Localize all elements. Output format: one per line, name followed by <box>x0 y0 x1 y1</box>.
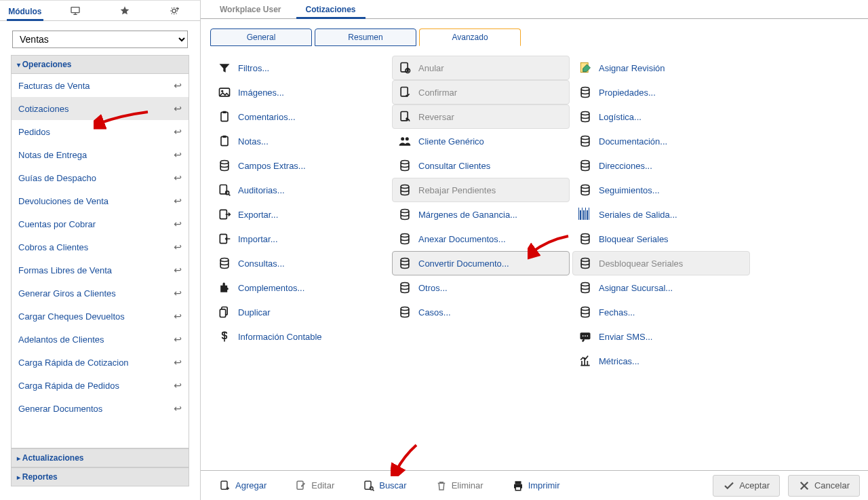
action-c1-4[interactable]: Campos Extras... <box>212 153 389 178</box>
sidebar-item-14[interactable]: Generar Documentos↪ <box>12 397 189 420</box>
filter-icon <box>218 61 231 75</box>
sidebar-tab-modulos[interactable]: Módulos <box>0 3 50 20</box>
action-c1-5[interactable]: Auditorias... <box>212 178 389 202</box>
edit-button-label: Editar <box>311 480 334 491</box>
svg-rect-0 <box>71 7 79 13</box>
action-c3-4[interactable]: Direcciones... <box>572 153 750 178</box>
sidebar-item-6[interactable]: Cuentas por Cobrar↪ <box>12 212 189 235</box>
action-item-label: Comentarios... <box>238 112 296 122</box>
action-c2-9[interactable]: Otros... <box>392 275 570 300</box>
svg-point-20 <box>401 137 404 140</box>
accordion-operaciones[interactable]: Operaciones <box>11 55 189 74</box>
share-arrow-icon: ↪ <box>174 218 182 229</box>
action-c3-2[interactable]: Logística... <box>572 104 750 129</box>
sidebar-item-label: Generar Documentos <box>18 404 102 414</box>
action-c3-6[interactable]: Seriales de Salida... <box>572 202 750 227</box>
svg-point-3 <box>221 90 223 92</box>
action-c1-8[interactable]: Consultas... <box>212 251 389 275</box>
sidebar-item-13[interactable]: Carga Rápida de Pedidos↪ <box>12 374 189 397</box>
module-select[interactable]: Ventas <box>12 31 188 48</box>
action-item-label: Propiedades... <box>599 88 656 98</box>
action-c1-1[interactable]: Imágenes... <box>212 80 389 104</box>
sidebar-item-10[interactable]: Cargar Cheques Devueltos↪ <box>12 305 189 328</box>
actions-col-2: AnularConfirmarReversarCliente GenéricoC… <box>392 56 570 324</box>
action-c3-1[interactable]: Propiedades... <box>572 80 750 104</box>
action-c1-0[interactable]: Filtros... <box>212 56 389 80</box>
action-c1-11[interactable]: Información Contable <box>212 324 389 349</box>
delete-button[interactable]: Eliminar <box>425 475 494 497</box>
action-item-label: Fechas... <box>599 307 635 318</box>
subtab-general[interactable]: General <box>210 28 312 46</box>
accordion-reportes[interactable]: Reportes <box>11 467 189 486</box>
action-c2-6[interactable]: Márgenes de Ganancia... <box>392 202 570 227</box>
sidebar-item-7[interactable]: Cobros a Clientes↪ <box>12 235 189 258</box>
main-tab-workplace[interactable]: Workplace User <box>208 1 294 18</box>
action-c1-10[interactable]: Duplicar <box>212 300 389 324</box>
search-doc-icon <box>218 183 231 197</box>
star-icon <box>119 5 130 16</box>
action-c1-9[interactable]: Complementos... <box>212 275 389 300</box>
x-icon <box>798 480 810 492</box>
sidebar-item-4[interactable]: Guías de Despacho↪ <box>12 166 189 189</box>
sidebar-item-2[interactable]: Pedidos↪ <box>12 120 189 143</box>
sidebar-item-12[interactable]: Carga Rápida de Cotizacion↪ <box>12 351 189 374</box>
db-icon <box>578 281 592 294</box>
svg-point-32 <box>581 136 589 140</box>
import-icon <box>218 232 231 246</box>
print-button[interactable]: Imprimir <box>502 475 570 497</box>
action-c1-2[interactable]: Comentarios... <box>212 104 389 129</box>
action-c3-10[interactable]: Fechas... <box>572 300 750 324</box>
accordion-operaciones-body[interactable]: Facturas de Venta↪Cotizaciones↪Pedidos↪N… <box>11 74 189 448</box>
action-c2-4[interactable]: Consultar Clientes <box>392 153 570 178</box>
action-c3-12[interactable]: Métricas... <box>572 349 750 373</box>
sidebar-item-5[interactable]: Devoluciones de Venta↪ <box>12 189 189 212</box>
add-button[interactable]: Agregar <box>209 475 277 497</box>
svg-point-37 <box>581 283 589 286</box>
db-icon <box>578 256 592 270</box>
action-c2-7[interactable]: Anexar Documentos... <box>392 227 570 251</box>
share-arrow-icon: ↪ <box>174 380 182 391</box>
edit-button[interactable]: Editar <box>285 475 344 497</box>
action-c3-9[interactable]: Asignar Sucursal... <box>572 275 750 300</box>
sidebar-item-1[interactable]: Cotizaciones↪ <box>12 97 189 120</box>
sidebar-tab-desktop[interactable] <box>50 1 100 20</box>
sidebar-tab-fav[interactable] <box>100 1 151 20</box>
action-c2-3[interactable]: Cliente Genérico <box>392 129 570 153</box>
action-c1-6[interactable]: Exportar... <box>212 202 389 227</box>
action-c2-8[interactable]: Convertir Documento... <box>392 251 570 275</box>
action-item-label: Filtros... <box>238 63 269 73</box>
svg-point-1 <box>172 9 176 12</box>
share-arrow-icon: ↪ <box>174 149 182 160</box>
action-c3-0[interactable]: Asignar Revisión <box>572 56 750 80</box>
sidebar-item-8[interactable]: Formas Libres de Venta↪ <box>12 258 189 282</box>
subtab-resumen[interactable]: Resumen <box>315 28 416 46</box>
action-c2-5: Rebajar Pendientes <box>392 178 570 202</box>
share-arrow-icon: ↪ <box>174 195 182 206</box>
people-icon <box>398 134 412 148</box>
share-arrow-icon: ↪ <box>174 265 182 275</box>
sidebar-item-label: Adelantos de Clientes <box>18 334 104 345</box>
sidebar-tab-settings[interactable] <box>150 1 200 20</box>
action-item-label: Seguimientos... <box>599 185 660 195</box>
accordion-actualizaciones[interactable]: Actualizaciones <box>11 448 189 467</box>
action-c1-7[interactable]: Importar... <box>212 227 389 251</box>
action-c3-5[interactable]: Seguimientos... <box>572 178 750 202</box>
action-c2-10[interactable]: Casos... <box>392 300 570 324</box>
action-item-label: Logística... <box>599 112 642 122</box>
cancel-button[interactable]: Cancelar <box>788 475 860 497</box>
action-c3-3[interactable]: Documentación... <box>572 129 750 153</box>
search-button[interactable]: Buscar <box>353 475 416 497</box>
sidebar-item-3[interactable]: Notas de Entrega↪ <box>12 143 189 166</box>
subtab-avanzado[interactable]: Avanzado <box>419 28 521 46</box>
svg-point-27 <box>401 283 409 286</box>
sidebar-item-9[interactable]: Generar Giros a Clientes↪ <box>12 282 189 305</box>
main-tab-cotizaciones[interactable]: Cotizaciones <box>294 1 368 18</box>
sidebar-item-11[interactable]: Adelantos de Clientes↪ <box>12 328 189 351</box>
review-icon <box>578 61 592 75</box>
action-c3-11[interactable]: Enviar SMS... <box>572 324 750 349</box>
action-c3-7[interactable]: Bloquear Seriales <box>572 227 750 251</box>
action-c1-3[interactable]: Notas... <box>212 129 389 153</box>
sidebar-item-0[interactable]: Facturas de Venta↪ <box>12 74 189 97</box>
accept-button[interactable]: Aceptar <box>713 475 780 497</box>
actions-col-1: Filtros...Imágenes...Comentarios...Notas… <box>212 56 389 349</box>
